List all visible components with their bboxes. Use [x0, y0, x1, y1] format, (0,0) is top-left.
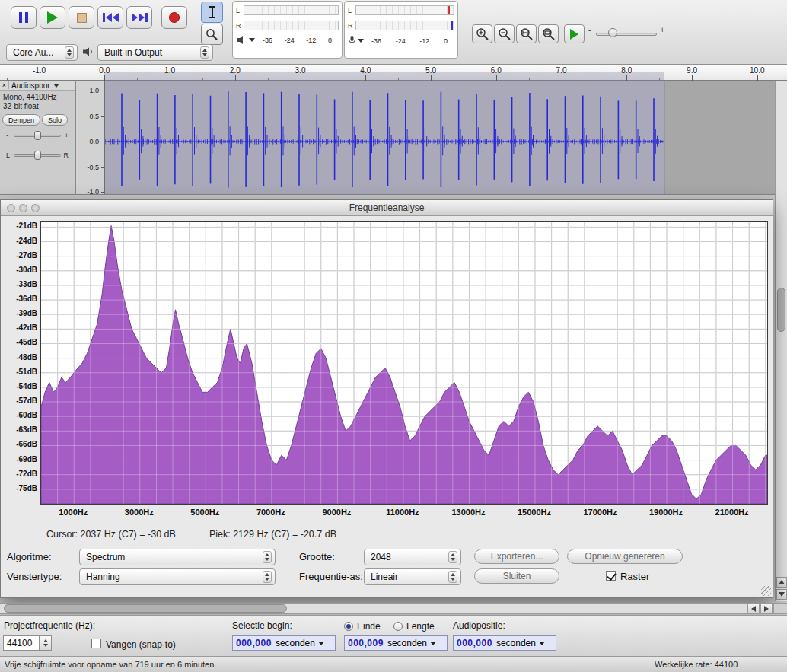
fit-project-button[interactable]: [538, 24, 559, 43]
output-device-value: Built-in Output: [104, 47, 162, 58]
meter-menu-arrow-icon[interactable]: [249, 38, 255, 42]
selection-start-value[interactable]: 000,000: [236, 638, 272, 648]
skip-start-button[interactable]: [97, 6, 123, 29]
length-radio[interactable]: [394, 622, 403, 631]
vertical-scrollbar-thumb[interactable]: [777, 288, 785, 332]
algorithm-dropdown[interactable]: Spectrum: [79, 549, 276, 565]
audio-host-value: Core Au...: [13, 47, 53, 58]
slider-thumb[interactable]: [608, 28, 617, 37]
regenerate-button[interactable]: Opnieuw genereren: [567, 549, 683, 564]
project-rate-stepper[interactable]: [40, 635, 52, 651]
stop-icon: [77, 13, 87, 23]
meter-scale-tick: -36: [263, 37, 272, 44]
project-rate-input[interactable]: 44100: [3, 635, 40, 651]
horizontal-scrollbar-thumb[interactable]: [4, 604, 287, 613]
meter-scale-tick: 0: [444, 37, 448, 45]
size-dropdown[interactable]: 2048: [364, 549, 461, 565]
scroll-right-button[interactable]: [760, 604, 773, 613]
output-device-dropdown[interactable]: Built-in Output: [97, 44, 213, 61]
audio-position-field[interactable]: 000,000 seconden: [453, 635, 556, 651]
resize-grip[interactable]: [761, 586, 771, 596]
zoom-out-button[interactable]: [494, 24, 515, 43]
hz-axis-label: 19000Hz: [642, 508, 690, 517]
meter-channel-label: R: [348, 22, 355, 30]
microphone-icon: [349, 36, 355, 46]
audio-position-value[interactable]: 000,000: [457, 638, 492, 648]
gain-slider[interactable]: - +: [5, 129, 70, 142]
play-speed-slider[interactable]: - +: [588, 26, 664, 41]
grid-checkbox[interactable]: [606, 571, 616, 581]
vruler-label: 0.5: [76, 113, 99, 120]
window-type-value: Hanning: [86, 572, 120, 582]
timeline-label: 9.0: [680, 66, 704, 75]
selection-toolbar: Projectfrequentie (Hz): 44100 Vangen (sn…: [0, 615, 787, 656]
playback-meter[interactable]: L R -36 -24 -12 0: [232, 1, 343, 59]
window-type-dropdown[interactable]: Hanning: [79, 568, 276, 585]
zoom-in-button[interactable]: [472, 24, 492, 43]
algorithm-value: Spectrum: [86, 552, 125, 562]
waveform-canvas[interactable]: [105, 81, 775, 194]
skip-end-button[interactable]: [126, 6, 152, 29]
meter-clip-indicator: [451, 21, 453, 30]
left-arrow-icon: [751, 606, 756, 612]
vruler-label: 1.0: [76, 87, 99, 94]
minimize-window-icon[interactable]: [19, 204, 27, 212]
zoom-tool-button[interactable]: [201, 24, 223, 45]
statusbar-divider: [648, 658, 648, 670]
db-axis-label: -75dB: [1, 484, 37, 492]
selection-end-field[interactable]: 000,009 seconden: [344, 635, 448, 651]
snap-to-checkbox[interactable]: [91, 639, 101, 648]
axis-dropdown[interactable]: Lineair: [364, 568, 461, 585]
meter-scale-tick: -24: [396, 37, 406, 45]
db-axis-label: -39dB: [1, 309, 37, 317]
playback-meter-bar-l: [244, 5, 339, 15]
fit-selection-button[interactable]: [516, 24, 537, 43]
horizontal-scrollbar[interactable]: [0, 603, 787, 614]
end-radio[interactable]: [344, 622, 353, 631]
vertical-scrollbar[interactable]: [775, 81, 787, 601]
regenerate-label: Opnieuw genereren: [585, 551, 664, 562]
dropdown-stepper-icon: [65, 46, 74, 59]
export-button[interactable]: Exporteren...: [474, 549, 559, 564]
record-button[interactable]: [161, 6, 187, 29]
mute-button[interactable]: Dempen: [2, 114, 40, 126]
solo-button[interactable]: Solo: [42, 114, 68, 126]
track-menu-arrow-icon[interactable]: [53, 84, 59, 88]
selection-tool-button[interactable]: [201, 2, 223, 23]
window-titlebar[interactable]: Frequentieanalyse: [1, 200, 773, 216]
pause-button[interactable]: [11, 6, 37, 29]
selection-start-unit: seconden: [276, 638, 315, 648]
selection-start-field[interactable]: 000,000 seconden: [232, 635, 336, 651]
close-button[interactable]: Sluiten: [474, 568, 559, 584]
play-at-speed-button[interactable]: [564, 24, 585, 43]
stop-button[interactable]: [69, 6, 94, 29]
spectrum-plot[interactable]: [40, 221, 768, 505]
track-close-icon[interactable]: ×: [0, 81, 9, 89]
play-button[interactable]: [40, 6, 65, 29]
scroll-left-button[interactable]: [747, 604, 760, 613]
vruler-tick: [101, 142, 104, 142]
time-format-arrow-icon[interactable]: [430, 642, 436, 645]
recording-meter[interactable]: L R -36 -24 -12 0: [344, 1, 458, 59]
meter-menu-arrow-icon[interactable]: [358, 39, 364, 43]
timeline-tick: [301, 75, 301, 81]
slider-thumb[interactable]: [34, 131, 41, 140]
track-format-line1: Mono, 44100Hz: [3, 93, 57, 101]
scroll-down-button[interactable]: [776, 589, 787, 600]
scroll-up-button[interactable]: [776, 577, 787, 588]
zoom-window-icon[interactable]: [31, 204, 40, 212]
track-title[interactable]: Audiospoor: [9, 81, 50, 90]
track-control-panel[interactable]: × Audiospoor Mono, 44100Hz 32-bit float …: [0, 81, 76, 194]
vruler-tick: [101, 167, 104, 168]
slider-thumb[interactable]: [34, 151, 41, 160]
time-format-arrow-icon[interactable]: [539, 642, 545, 645]
meter-scale-tick: 0: [328, 37, 332, 44]
pan-slider[interactable]: L R: [5, 149, 70, 161]
time-format-arrow-icon[interactable]: [318, 642, 324, 645]
selection-end-value[interactable]: 000,009: [348, 638, 384, 648]
audio-host-dropdown[interactable]: Core Au...: [6, 44, 78, 61]
close-window-icon[interactable]: [7, 204, 15, 212]
timeline-ruler[interactable]: -1.00.01.02.03.04.05.06.07.08.09.010.0: [0, 65, 787, 81]
timeline-tick: [104, 75, 105, 81]
meter-channel-label: L: [236, 7, 244, 14]
